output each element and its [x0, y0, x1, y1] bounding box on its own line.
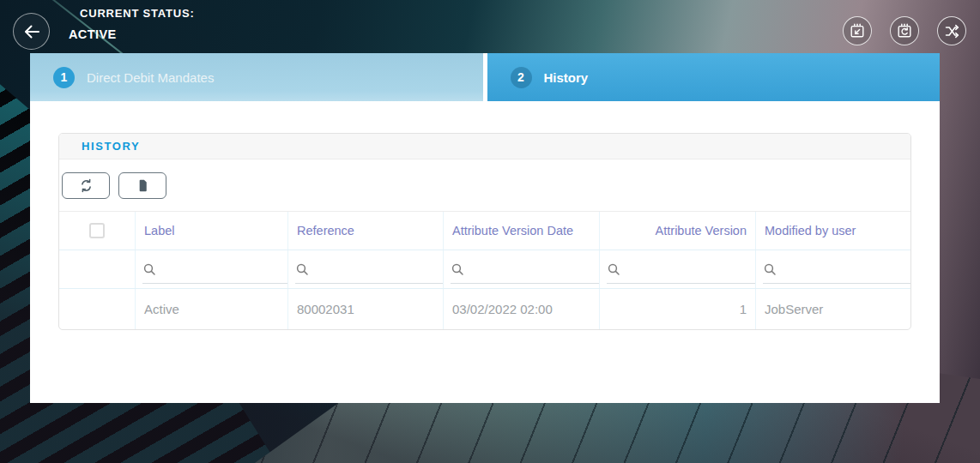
table-filter-row — [59, 250, 910, 289]
search-icon — [142, 262, 156, 276]
shuffle-button[interactable] — [937, 16, 966, 45]
step-tabs: 1 Direct Debit Mandates 2 History — [30, 53, 940, 101]
filter-cell-reference — [287, 250, 443, 288]
history-toolbar — [59, 159, 910, 212]
main-content-area: 1 Direct Debit Mandates 2 History HISTOR… — [30, 53, 940, 403]
cell-attribute-version: 1 — [599, 289, 755, 329]
filter-cell-label — [135, 250, 287, 288]
card-refresh-icon — [896, 22, 913, 39]
row-select-cell — [59, 289, 135, 329]
card-refresh-button[interactable] — [890, 16, 919, 45]
tab-number-badge: 2 — [511, 67, 532, 88]
history-panel: HISTORY — [58, 133, 911, 330]
tab-number-badge: 1 — [53, 67, 75, 88]
search-icon — [607, 262, 620, 276]
filter-cell-modified-by-user — [755, 250, 911, 288]
app-header: CURRENT STATUS: ACTIVE — [0, 0, 980, 53]
search-icon — [451, 262, 464, 276]
history-panel-header: HISTORY — [59, 134, 910, 159]
filter-empty-cell — [59, 250, 135, 288]
current-status: CURRENT STATUS: ACTIVE — [69, 7, 195, 41]
filter-input-reference[interactable] — [312, 257, 443, 281]
filter-input-modified-by-user[interactable] — [780, 257, 911, 281]
cell-attribute-version-date: 03/02/2022 02:00 — [443, 289, 599, 329]
column-header-reference[interactable]: Reference — [287, 212, 443, 250]
column-header-attribute-version[interactable]: Attribute Version — [599, 212, 755, 250]
cell-label: Active — [135, 289, 287, 329]
current-status-label: CURRENT STATUS: — [80, 7, 195, 20]
export-card-icon — [849, 22, 866, 39]
table-header-row: Label Reference Attribute Version Date A… — [59, 212, 910, 250]
column-header-attribute-version-date[interactable]: Attribute Version Date — [443, 212, 599, 250]
arrow-left-icon — [22, 22, 41, 41]
tab-label: History — [544, 70, 589, 85]
document-icon — [136, 178, 150, 193]
filter-cell-attribute-version — [599, 250, 755, 288]
cell-reference: 80002031 — [287, 289, 443, 329]
refresh-button[interactable] — [62, 172, 110, 199]
filter-input-attribute-version[interactable] — [624, 257, 755, 281]
select-all-checkbox[interactable] — [89, 223, 105, 238]
column-header-modified-by-user[interactable]: Modified by user — [755, 212, 911, 250]
panel-title: HISTORY — [82, 140, 140, 153]
filter-input-label[interactable] — [160, 257, 287, 281]
export-card-button[interactable] — [843, 16, 872, 45]
document-button[interactable] — [118, 172, 166, 199]
cell-modified-by-user: JobServer — [755, 289, 911, 329]
screen: CURRENT STATUS: ACTIVE — [0, 0, 980, 463]
filter-cell-attribute-version-date — [443, 250, 599, 288]
search-icon — [763, 262, 777, 276]
table-row[interactable]: Active 80002031 03/02/2022 02:00 1 JobSe… — [59, 289, 910, 329]
header-actions — [843, 16, 966, 45]
column-header-label[interactable]: Label — [135, 212, 287, 250]
tab-label: Direct Debit Mandates — [87, 70, 214, 85]
filter-input-attribute-version-date[interactable] — [468, 257, 599, 281]
shuffle-icon — [944, 23, 960, 39]
current-status-value: ACTIVE — [69, 27, 195, 41]
tab-history[interactable]: 2 History — [487, 53, 941, 101]
search-icon — [295, 262, 309, 276]
back-button[interactable] — [13, 13, 50, 50]
select-all-cell — [59, 212, 135, 250]
tab-direct-debit-mandates[interactable]: 1 Direct Debit Mandates — [30, 53, 483, 101]
refresh-icon — [79, 178, 94, 193]
